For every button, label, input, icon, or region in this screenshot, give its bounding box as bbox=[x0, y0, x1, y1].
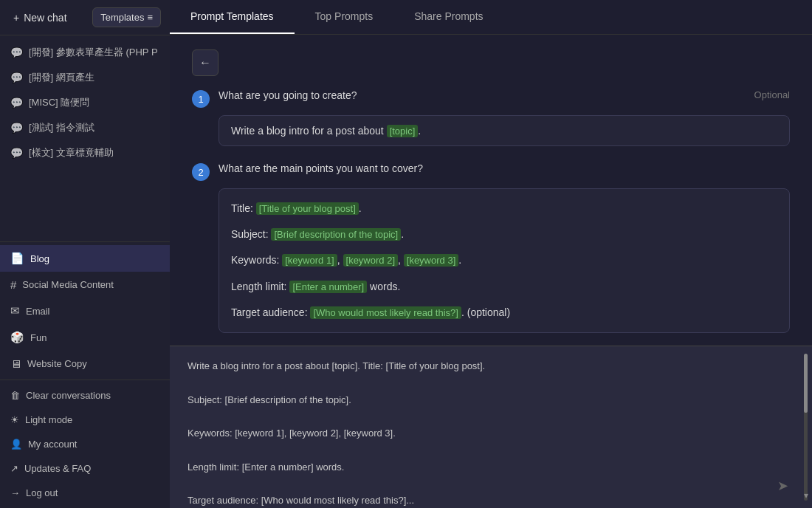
tab-label: Top Prompts bbox=[315, 10, 374, 22]
new-chat-button[interactable]: + New chat bbox=[9, 9, 72, 27]
blog-icon: 📄 bbox=[10, 252, 24, 265]
chat-item[interactable]: 💬 [開發] 網頁產生 bbox=[0, 65, 170, 90]
chat-icon: 💬 bbox=[10, 147, 23, 159]
updates-icon: ↗ bbox=[10, 463, 18, 474]
new-chat-label: New chat bbox=[24, 12, 66, 24]
logout-button[interactable]: → Log out bbox=[0, 481, 170, 505]
chevron-down-icon: ▾ bbox=[804, 490, 808, 501]
cat-label: Website Copy bbox=[27, 358, 87, 369]
chat-item[interactable]: 💬 [樣文] 文章標竟輔助 bbox=[0, 140, 170, 165]
cat-label: Email bbox=[26, 306, 50, 317]
chat-history-list: 💬 [開發] 參數表單產生器 (PHP P 💬 [開發] 網頁產生 💬 [MIS… bbox=[0, 35, 170, 241]
sidebar-item-email[interactable]: ✉ Email bbox=[0, 298, 170, 324]
section-1-title: What are you going to create? bbox=[219, 89, 746, 101]
tab-bar: Prompt Templates Top Prompts Share Promp… bbox=[170, 0, 812, 35]
kw3-highlight: [keyword 3] bbox=[404, 254, 458, 267]
light-mode-button[interactable]: ☀ Light mode bbox=[0, 408, 170, 432]
category-list: 📄 Blog # Social Media Content ✉ Email 🎲 … bbox=[0, 241, 170, 380]
email-icon: ✉ bbox=[10, 304, 20, 318]
fun-icon: 🎲 bbox=[10, 331, 24, 344]
kw1-highlight: [keyword 1] bbox=[282, 254, 337, 267]
topic-highlight: [topic] bbox=[387, 125, 419, 137]
chat-item[interactable]: 💬 [開發] 參數表單產生器 (PHP P bbox=[0, 40, 170, 65]
logout-icon: → bbox=[10, 487, 20, 498]
step-badge-2: 2 bbox=[192, 163, 210, 181]
account-icon: 👤 bbox=[10, 439, 22, 450]
clear-icon: 🗑 bbox=[10, 390, 20, 401]
templates-icon: ≡ bbox=[147, 12, 153, 23]
my-account-button[interactable]: 👤 My account bbox=[0, 432, 170, 456]
section-1: 1 What are you going to create? Optional… bbox=[192, 89, 790, 146]
templates-button[interactable]: Templates ≡ bbox=[92, 7, 161, 27]
light-mode-icon: ☀ bbox=[10, 414, 19, 425]
clear-conversations-button[interactable]: 🗑 Clear conversations bbox=[0, 383, 170, 408]
tab-top-prompts[interactable]: Top Prompts bbox=[295, 0, 394, 34]
length-highlight: [Enter a number] bbox=[289, 281, 367, 293]
chat-item-label: [樣文] 文章標竟輔助 bbox=[29, 146, 114, 159]
templates-label: Templates bbox=[100, 12, 144, 23]
scrollbar-track: ▾ bbox=[804, 354, 808, 501]
website-copy-icon: 🖥 bbox=[10, 357, 21, 370]
chat-icon: 💬 bbox=[10, 122, 23, 134]
audience-highlight: [Who would most likely read this?] bbox=[310, 306, 461, 319]
chat-item-label: [開發] 網頁產生 bbox=[29, 71, 94, 84]
back-icon: ← bbox=[199, 56, 211, 69]
textarea-line-2: Subject: [Brief description of the topic… bbox=[231, 225, 777, 244]
textarea-line-4: Length limit: [Enter a number] words. bbox=[231, 278, 777, 296]
tab-label: Prompt Templates bbox=[190, 10, 274, 22]
section-2: 2 What are the main points you want to c… bbox=[192, 162, 790, 333]
section-2-title: What are the main points you want to cov… bbox=[219, 162, 790, 174]
textarea-line-5: Target audience: [Who would most likely … bbox=[231, 303, 777, 322]
chat-icon: 💬 bbox=[10, 97, 23, 109]
social-media-icon: # bbox=[10, 278, 16, 291]
sidebar-item-website-copy[interactable]: 🖥 Website Copy bbox=[0, 351, 170, 377]
chat-icon: 💬 bbox=[10, 47, 23, 58]
optional-label: Optional bbox=[754, 89, 790, 100]
sidebar-bottom: 🗑 Clear conversations ☀ Light mode 👤 My … bbox=[0, 380, 170, 508]
subject-highlight: [Brief description of the topic] bbox=[271, 228, 401, 241]
sidebar-item-fun[interactable]: 🎲 Fun bbox=[0, 324, 170, 351]
my-account-label: My account bbox=[28, 439, 77, 450]
main-content: Prompt Templates Top Prompts Share Promp… bbox=[170, 0, 812, 508]
textarea-line-1: Title: [Title of your blog post]. bbox=[231, 199, 777, 218]
chat-icon: 💬 bbox=[10, 72, 23, 83]
chat-item-label: [測試] 指令測試 bbox=[29, 121, 94, 134]
section-1-input[interactable]: Write a blog intro for a post about [top… bbox=[219, 115, 790, 146]
textarea-line-3: Keywords: [keyword 1], [keyword 2], [key… bbox=[231, 251, 777, 270]
scrollbar-thumb bbox=[804, 354, 808, 413]
chat-item-label: [開發] 參數表單產生器 (PHP P bbox=[29, 46, 158, 59]
kw2-highlight: [keyword 2] bbox=[343, 254, 398, 267]
sidebar-item-social-media[interactable]: # Social Media Content bbox=[0, 272, 170, 298]
tab-share-prompts[interactable]: Share Prompts bbox=[393, 0, 503, 34]
plus-icon: + bbox=[13, 12, 19, 24]
preview-text: Write a blog intro for a post about [top… bbox=[187, 358, 794, 508]
step-badge-1: 1 bbox=[192, 90, 210, 108]
light-mode-label: Light mode bbox=[25, 414, 72, 425]
back-button[interactable]: ← bbox=[192, 49, 219, 76]
section-2-textarea[interactable]: Title: [Title of your blog post]. Subjec… bbox=[219, 188, 790, 333]
content-area: ← 1 What are you going to create? Option… bbox=[170, 35, 812, 508]
chat-item[interactable]: 💬 [測試] 指令測試 bbox=[0, 115, 170, 140]
send-icon: ➤ bbox=[777, 478, 788, 494]
cat-label: Fun bbox=[30, 332, 47, 343]
sidebar-item-blog[interactable]: 📄 Blog bbox=[0, 245, 170, 272]
chat-item[interactable]: 💬 [MISC] 隨便問 bbox=[0, 90, 170, 115]
updates-faq-button[interactable]: ↗ Updates & FAQ bbox=[0, 456, 170, 481]
chat-item-label: [MISC] 隨便問 bbox=[29, 96, 89, 109]
send-button[interactable]: ➤ bbox=[771, 474, 794, 498]
sidebar-top: + New chat Templates ≡ bbox=[0, 0, 170, 35]
sidebar: + New chat Templates ≡ 💬 [開發] 參數表單產生器 (P… bbox=[0, 0, 170, 508]
logout-label: Log out bbox=[26, 487, 58, 498]
tab-label: Share Prompts bbox=[414, 10, 483, 22]
tab-prompt-templates[interactable]: Prompt Templates bbox=[170, 0, 295, 34]
title-highlight: [Title of your blog post] bbox=[256, 202, 359, 215]
cat-label: Social Media Content bbox=[22, 279, 114, 290]
cat-label: Blog bbox=[30, 253, 49, 264]
updates-label: Updates & FAQ bbox=[24, 463, 91, 474]
preview-overlay: Write a blog intro for a post about [top… bbox=[170, 346, 812, 508]
section-2-header: 2 What are the main points you want to c… bbox=[192, 162, 790, 181]
clear-label: Clear conversations bbox=[26, 390, 111, 401]
section-1-header: 1 What are you going to create? Optional bbox=[192, 89, 790, 108]
